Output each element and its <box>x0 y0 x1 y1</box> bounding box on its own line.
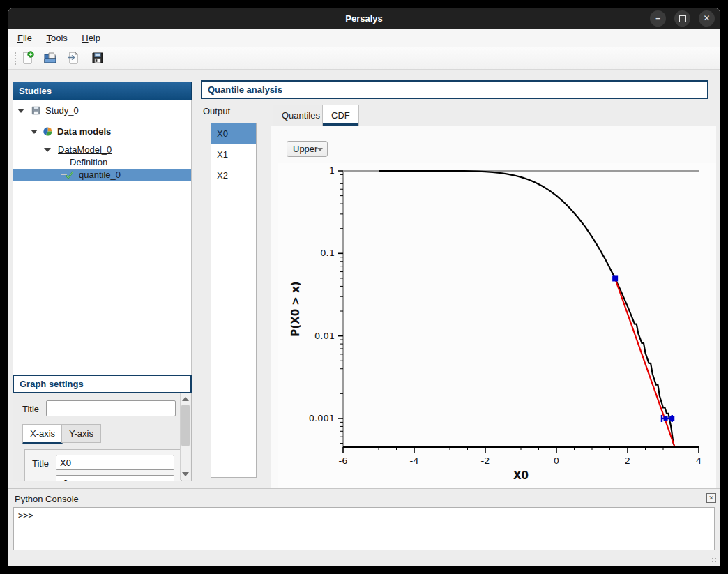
open-folder-icon <box>43 51 57 65</box>
graph-title-label: Title <box>22 404 39 414</box>
scrollbar-thumb[interactable] <box>181 405 190 446</box>
persalys-window: Persalys File Tools Help <box>8 8 720 566</box>
open-study-button[interactable] <box>43 51 60 66</box>
save-floppy-icon <box>91 51 105 65</box>
resize-grip[interactable] <box>711 557 718 564</box>
svg-text:-4: -4 <box>410 455 419 466</box>
menu-help[interactable]: Help <box>76 29 106 47</box>
graph-settings-header: Graph settings <box>13 375 192 393</box>
tab-x-axis[interactable]: X-axis <box>22 424 63 444</box>
svg-text:-6: -6 <box>339 455 348 466</box>
tab-cdf[interactable]: CDF <box>322 105 359 126</box>
maximize-button[interactable] <box>674 10 690 27</box>
analysis-header-box: Quantile analysis <box>201 80 708 99</box>
svg-text:-2: -2 <box>481 455 490 466</box>
new-study-button[interactable] <box>21 51 38 66</box>
studies-tree: Study_0 Data models DataModel_0 Definiti… <box>13 100 192 376</box>
tree-item-datamodel[interactable]: DataModel_0 <box>13 144 191 156</box>
window-title: Persalys <box>8 8 720 29</box>
x-title-input[interactable] <box>56 455 174 470</box>
import-script-button[interactable] <box>66 51 83 66</box>
output-list: X0 X1 X2 <box>211 123 257 478</box>
console-prompt: >>> <box>14 508 714 523</box>
tab-quantiles[interactable]: Quantiles <box>273 105 329 126</box>
x-min-label: Min <box>32 478 47 481</box>
svg-text:0.1: 0.1 <box>320 248 335 258</box>
collapse-arrow-icon[interactable] <box>44 148 51 152</box>
menu-bar: File Tools Help <box>8 29 720 47</box>
tail-selector-dropdown[interactable]: Upper <box>287 141 328 157</box>
scroll-up-icon[interactable] <box>182 397 189 401</box>
status-bar <box>8 550 720 566</box>
scroll-down-icon[interactable] <box>182 472 189 476</box>
collapse-arrow-icon[interactable] <box>31 130 38 134</box>
svg-text:4: 4 <box>696 455 702 466</box>
svg-text:1: 1 <box>329 165 335 176</box>
graph-title-input[interactable] <box>46 400 176 416</box>
graph-settings-panel: Graph settings <box>13 375 192 393</box>
python-console-title: Python Console <box>15 494 79 504</box>
output-item-x1[interactable]: X1 <box>211 144 256 165</box>
tab-y-axis[interactable]: Y-axis <box>61 424 101 443</box>
output-label: Output <box>203 106 230 116</box>
chevron-down-icon <box>317 148 323 151</box>
svg-text:2: 2 <box>625 455 630 466</box>
x-axis-groupbox: Title Min <box>24 449 182 481</box>
python-console[interactable]: >>> <box>13 507 715 550</box>
menu-tools[interactable]: Tools <box>40 29 73 47</box>
svg-text:0: 0 <box>554 455 559 466</box>
script-import-icon <box>66 51 80 65</box>
tree-item-data-models[interactable]: Data models <box>13 126 191 138</box>
tree-item-quantile[interactable]: quantile_0 <box>13 169 191 181</box>
study-floppy-icon <box>31 105 41 119</box>
output-item-x0[interactable]: X0 <box>211 123 256 144</box>
svg-text:P(X0 > x): P(X0 > x) <box>289 281 302 336</box>
tree-item-definition[interactable]: Definition <box>13 156 191 169</box>
analysis-title: Quantile analysis <box>201 80 708 99</box>
svg-text:X0: X0 <box>513 469 529 482</box>
console-close-icon[interactable]: ✕ <box>706 493 716 503</box>
tree-branch-line <box>61 156 67 165</box>
tool-bar <box>8 47 720 70</box>
close-button[interactable] <box>699 10 715 27</box>
studies-panel: Studies <box>13 82 192 100</box>
minimize-button[interactable] <box>650 10 666 27</box>
python-console-section: Python Console ✕ >>> <box>8 488 720 566</box>
studies-panel-header: Studies <box>13 82 192 100</box>
data-models-icon <box>43 126 53 140</box>
graph-settings-body: Title X-axis Y-axis Title Min <box>13 393 192 481</box>
x-title-label: Title <box>32 458 49 469</box>
new-document-icon <box>21 51 35 65</box>
cdf-plot[interactable]: -6-4-2024X010.10.010.001P(X0 > x) <box>278 163 716 490</box>
tree-item-study[interactable]: Study_0 <box>13 105 191 117</box>
svg-text:0.001: 0.001 <box>309 413 335 423</box>
x-min-input[interactable] <box>56 475 174 481</box>
save-button[interactable] <box>91 51 107 66</box>
cdf-tab-panel: Upper -6-4-2024X010.10.010.001P(X0 > x) <box>271 126 716 489</box>
output-item-x2[interactable]: X2 <box>211 165 256 186</box>
toolbar-drag-handle[interactable] <box>14 52 17 66</box>
collapse-arrow-icon[interactable] <box>17 109 24 113</box>
title-bar: Persalys <box>8 8 720 29</box>
graph-settings-scrollbar[interactable] <box>180 393 190 480</box>
menu-file[interactable]: File <box>12 29 38 47</box>
svg-text:0.01: 0.01 <box>314 331 335 341</box>
tree-separator <box>34 121 188 121</box>
check-icon <box>64 169 75 183</box>
